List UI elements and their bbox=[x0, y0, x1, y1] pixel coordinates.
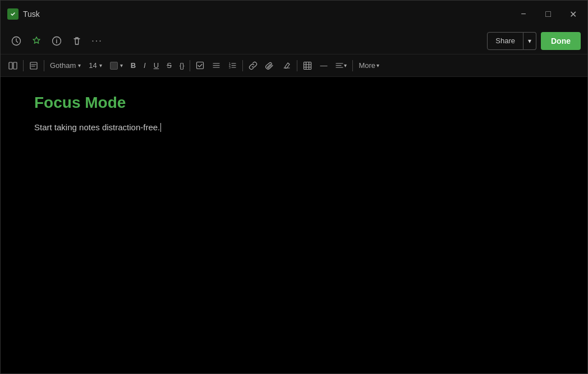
editor-area[interactable]: Focus Mode Start taking notes distractio… bbox=[1, 77, 587, 373]
app-icon bbox=[7, 8, 19, 20]
app-title: Tusk bbox=[23, 10, 40, 19]
size-chevron-icon: ▾ bbox=[99, 62, 102, 69]
separator-1 bbox=[23, 60, 24, 71]
done-button[interactable]: Done bbox=[541, 32, 581, 50]
note-view-button[interactable] bbox=[26, 57, 42, 74]
note-body[interactable]: Start taking notes distraction-free. bbox=[34, 121, 554, 134]
title-bar-controls: − □ ✕ bbox=[516, 6, 581, 22]
strikethrough-button[interactable]: S bbox=[163, 57, 175, 74]
separator-6 bbox=[352, 60, 353, 71]
note-body-text: Start taking notes distraction-free. bbox=[34, 122, 160, 132]
italic-button[interactable]: I bbox=[140, 57, 149, 74]
more-format-button[interactable]: More ▾ bbox=[355, 57, 383, 74]
share-dropdown-button[interactable]: ▾ bbox=[523, 32, 536, 50]
svg-rect-4 bbox=[9, 62, 12, 69]
font-name: Gotham bbox=[50, 61, 76, 70]
svg-text:i: i bbox=[56, 38, 58, 44]
list-button[interactable] bbox=[209, 57, 224, 74]
separator-3 bbox=[190, 60, 190, 71]
star-button[interactable] bbox=[27, 32, 45, 50]
numbered-list-button[interactable]: 1 2 3 bbox=[225, 57, 240, 74]
minimize-button[interactable]: − bbox=[516, 6, 531, 22]
share-button-group: Share ▾ Done bbox=[487, 32, 581, 50]
table-button[interactable] bbox=[300, 57, 315, 74]
underline-button[interactable]: U bbox=[150, 57, 162, 74]
info-button[interactable]: i bbox=[48, 32, 66, 50]
svg-rect-7 bbox=[197, 62, 204, 69]
font-selector[interactable]: Gotham ▾ bbox=[47, 57, 84, 74]
link-button[interactable] bbox=[245, 57, 261, 74]
share-button[interactable]: Share bbox=[487, 32, 523, 50]
svg-rect-6 bbox=[30, 62, 37, 69]
app-window: Tusk − □ ✕ i bbox=[0, 0, 588, 374]
color-chevron-icon: ▾ bbox=[120, 62, 123, 69]
close-button[interactable]: ✕ bbox=[565, 6, 581, 22]
bold-button[interactable]: B bbox=[127, 57, 139, 74]
more-button[interactable]: ··· bbox=[88, 32, 106, 50]
separator-2 bbox=[44, 60, 44, 71]
view-mode-button[interactable] bbox=[5, 57, 21, 74]
align-button[interactable]: ▾ bbox=[332, 57, 350, 74]
reminder-button[interactable] bbox=[7, 32, 25, 50]
separator-4 bbox=[242, 60, 243, 71]
title-bar-left: Tusk bbox=[7, 8, 40, 20]
svg-text:3: 3 bbox=[229, 66, 231, 69]
attachment-button[interactable] bbox=[262, 57, 278, 74]
code-button[interactable]: {} bbox=[176, 57, 188, 74]
separator-5 bbox=[297, 60, 297, 71]
color-selector[interactable]: ▾ bbox=[107, 57, 126, 74]
svg-rect-11 bbox=[304, 62, 311, 69]
text-cursor bbox=[160, 123, 161, 132]
maximize-button[interactable]: □ bbox=[540, 6, 556, 22]
svg-rect-5 bbox=[13, 62, 17, 69]
format-bar: Gotham ▾ 14 ▾ ▾ B I U S {} bbox=[1, 54, 587, 77]
more-chevron-icon: ▾ bbox=[376, 62, 379, 69]
font-chevron-icon: ▾ bbox=[78, 62, 81, 69]
divider-button[interactable]: — bbox=[316, 57, 330, 74]
more-label: More bbox=[359, 61, 375, 70]
checkbox-button[interactable] bbox=[192, 57, 208, 74]
title-bar: Tusk − □ ✕ bbox=[1, 1, 587, 28]
note-title[interactable]: Focus Mode bbox=[34, 94, 554, 112]
font-size-selector[interactable]: 14 ▾ bbox=[85, 57, 105, 74]
color-swatch bbox=[110, 62, 118, 70]
font-size-value: 14 bbox=[89, 61, 97, 70]
highlight-button[interactable] bbox=[279, 57, 295, 74]
toolbar: i ··· Share ▾ Done bbox=[1, 28, 587, 54]
delete-button[interactable] bbox=[68, 32, 86, 50]
